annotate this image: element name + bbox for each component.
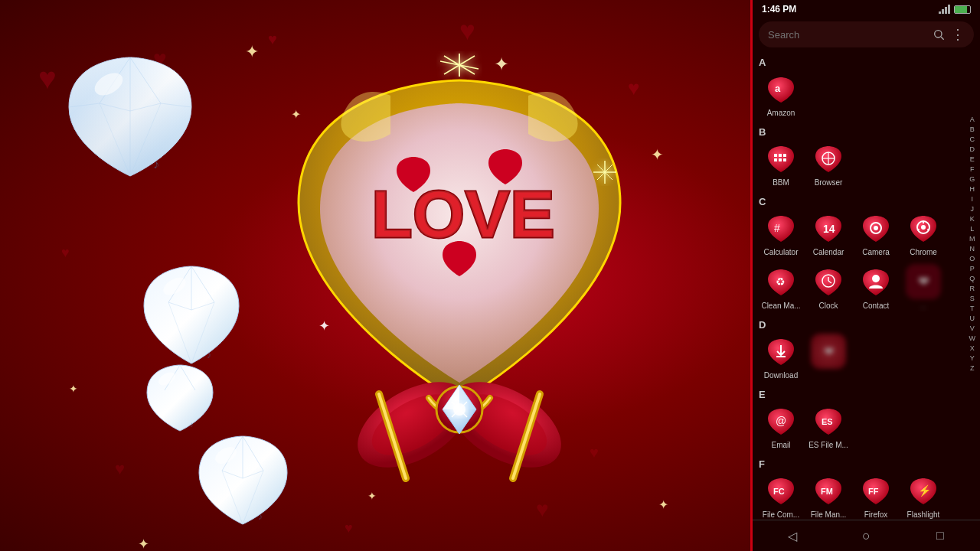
alpha-L[interactable]: L [968, 224, 978, 233]
alpha-T[interactable]: T [968, 304, 978, 313]
search-input[interactable] [768, 29, 926, 41]
app-chrome-label: Chrome [901, 248, 946, 256]
svg-rect-69 [774, 158, 777, 161]
alpha-Q[interactable]: Q [968, 274, 978, 283]
app-row-B: BBM [753, 139, 980, 193]
svg-point-80 [921, 225, 926, 230]
section-C: C [753, 193, 980, 209]
svg-text:♪: ♪ [153, 158, 159, 171]
alpha-S[interactable]: S [968, 294, 978, 303]
app-email[interactable]: @ Email [759, 403, 803, 449]
alpha-F[interactable]: F [968, 165, 978, 174]
status-icons [939, 5, 971, 14]
alpha-I[interactable]: I [968, 194, 978, 204]
svg-text:FC: FC [773, 487, 785, 496]
app-contact[interactable]: Contact [854, 264, 898, 310]
alpha-P[interactable]: P [968, 264, 978, 273]
app-contact-label: Contact [854, 302, 898, 310]
app-clock-label: Clock [806, 302, 851, 310]
svg-text:LOVE: LOVE [371, 176, 555, 252]
time-display: 1:46 PM [762, 4, 796, 15]
alpha-G[interactable]: G [968, 174, 978, 184]
svg-text:ES: ES [822, 417, 833, 426]
alpha-W[interactable]: W [968, 334, 978, 343]
phone-content: 1:46 PM ⋮ [753, 0, 980, 551]
app-file-manager-label: File Man... [806, 510, 851, 519]
alpha-H[interactable]: H [968, 184, 978, 194]
app-amazon[interactable]: a Amazon [759, 71, 803, 117]
svg-rect-68 [783, 154, 786, 157]
alpha-O[interactable]: O [968, 254, 978, 263]
app-bbm-label: BBM [759, 178, 803, 187]
alpha-E[interactable]: E [968, 155, 978, 164]
app-calendar-label: Calendar [806, 248, 851, 256]
app-row-E: @ Email ES ES File M... [753, 402, 980, 455]
alpha-Z[interactable]: Z [968, 364, 978, 373]
app-bbm[interactable]: BBM [759, 141, 803, 187]
app-blurred-c[interactable]: ❤ ... [901, 264, 946, 310]
search-icon [933, 28, 945, 41]
status-bar: 1:46 PM [753, 0, 980, 18]
alpha-U[interactable]: U [968, 314, 978, 323]
svg-line-83 [917, 230, 920, 231]
app-blurred-d[interactable]: ❤ [806, 334, 851, 380]
svg-text:♪: ♪ [258, 511, 263, 522]
alpha-V[interactable]: V [968, 324, 978, 333]
recent-apps-button[interactable]: □ [926, 525, 954, 546]
svg-rect-59 [939, 11, 941, 14]
home-button[interactable]: ○ [852, 525, 880, 546]
alpha-K[interactable]: K [968, 214, 978, 223]
svg-text:FF: FF [868, 487, 879, 496]
alpha-R[interactable]: R [968, 284, 978, 293]
app-es-file-label: ES File M... [806, 441, 851, 449]
alpha-C[interactable]: C [968, 135, 978, 144]
svg-text:♻: ♻ [776, 276, 786, 288]
svg-rect-61 [945, 7, 947, 14]
app-clean-master[interactable]: ♻ Clean Ma... [759, 264, 803, 310]
app-download[interactable]: Download [759, 334, 803, 380]
app-list-container[interactable]: A B C D E F G H I J K L M N O P Q R S T [753, 54, 980, 520]
alpha-X[interactable]: X [968, 344, 978, 353]
more-options-icon[interactable]: ⋮ [951, 26, 965, 43]
alpha-B[interactable]: B [968, 125, 978, 134]
alpha-Y[interactable]: Y [968, 354, 978, 363]
svg-point-88 [872, 275, 880, 282]
center-love-heart: LOVE LOVE [237, 19, 681, 509]
app-clean-master-label: Clean Ma... [759, 302, 803, 310]
app-email-label: Email [759, 441, 803, 449]
back-button[interactable]: ◁ [779, 525, 806, 546]
app-file-commander[interactable]: FC File Com... [759, 473, 803, 519]
app-chrome[interactable]: Chrome [901, 210, 946, 256]
alphabet-sidebar[interactable]: A B C D E F G H I J K L M N O P Q R S T [968, 115, 978, 373]
section-E: E [753, 386, 980, 402]
alpha-M[interactable]: M [968, 234, 978, 243]
svg-line-64 [941, 37, 944, 40]
search-bar[interactable]: ⋮ [759, 21, 974, 47]
app-calculator[interactable]: # Calculator [759, 210, 803, 256]
svg-rect-66 [774, 154, 777, 157]
svg-text:FM: FM [821, 487, 833, 496]
svg-text:⚡: ⚡ [918, 484, 932, 497]
app-es-file[interactable]: ES ES File M... [806, 403, 851, 449]
alpha-J[interactable]: J [968, 204, 978, 214]
phone-frame: 1:46 PM ⋮ [750, 0, 980, 551]
svg-rect-71 [783, 158, 786, 161]
section-F: F [753, 455, 980, 471]
app-flashlight[interactable]: ⚡ Flashlight [901, 473, 946, 519]
alpha-D[interactable]: D [968, 145, 978, 154]
svg-line-82 [927, 230, 929, 231]
app-calendar[interactable]: 14 Calendar [806, 210, 851, 256]
app-camera[interactable]: Camera [854, 210, 898, 256]
app-browser[interactable]: Browser [806, 141, 851, 187]
app-flashlight-label: Flashlight [901, 510, 946, 519]
alpha-N[interactable]: N [968, 244, 978, 253]
app-file-manager[interactable]: FM File Man... [806, 473, 851, 519]
svg-text:#: # [774, 222, 780, 234]
alpha-A[interactable]: A [968, 115, 978, 124]
app-row-C2: ♻ Clean Ma... C [753, 262, 980, 316]
app-browser-label: Browser [806, 178, 851, 187]
app-calculator-label: Calculator [759, 248, 803, 256]
svg-text:a: a [775, 83, 781, 94]
app-firefox[interactable]: FF Firefox [854, 473, 898, 519]
app-clock[interactable]: Clock [806, 264, 851, 310]
